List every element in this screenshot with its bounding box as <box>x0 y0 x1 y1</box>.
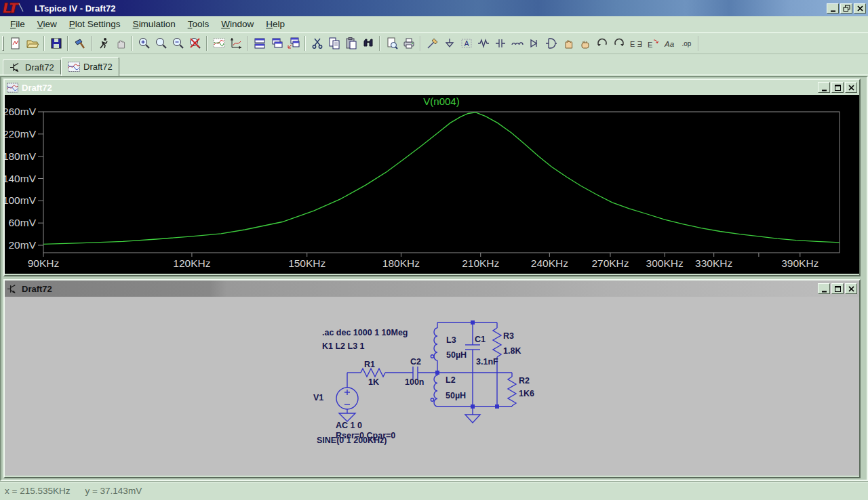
component-value-C1[interactable]: 3.1nF <box>476 357 498 367</box>
restore-button[interactable] <box>840 3 852 14</box>
redo-button[interactable] <box>610 35 627 52</box>
minimize-button[interactable] <box>827 3 839 14</box>
component-value3-V1[interactable]: SINE(0 1 200KHz) <box>317 436 387 445</box>
component-label-V1[interactable]: V1 <box>313 393 323 402</box>
control-panel-button[interactable] <box>71 35 88 52</box>
print-preview-button[interactable] <box>383 35 400 52</box>
waveform-plot[interactable]: 20mV60mV100mV140mV180mV220mV260mV90KHz12… <box>5 95 859 274</box>
symbol-C1[interactable] <box>465 345 480 350</box>
menu-file[interactable]: File <box>4 17 31 31</box>
symbol-R2[interactable] <box>508 377 516 406</box>
tile-vertical-button[interactable] <box>285 35 302 52</box>
menu-plot-settings[interactable]: Plot Settings <box>63 17 127 31</box>
close-button[interactable] <box>854 3 866 14</box>
spice-directive-button[interactable]: .op <box>678 35 695 52</box>
component-value-V1[interactable]: AC 1 0 <box>336 421 362 430</box>
halt-button[interactable] <box>112 35 129 52</box>
zoom-full-extents-button[interactable] <box>186 35 203 52</box>
component-label-R2[interactable]: R2 <box>519 376 530 386</box>
menu-view[interactable]: View <box>31 17 63 31</box>
new-schematic-button[interactable] <box>7 35 24 52</box>
cut-button[interactable] <box>309 35 326 52</box>
place-text-button[interactable]: Aa <box>661 35 678 52</box>
cascade-button[interactable] <box>268 35 285 52</box>
spice-directive-ac[interactable]: .ac dec 1000 1 10Meg <box>322 328 408 337</box>
menu-help[interactable]: Help <box>260 17 291 31</box>
symbol-R3[interactable] <box>493 328 501 357</box>
open-button[interactable] <box>24 35 41 52</box>
run-button[interactable] <box>95 35 112 52</box>
toolbar-separator <box>132 36 133 51</box>
trace-label-vn004[interactable]: V(n004) <box>423 96 459 107</box>
place-capacitor-icon <box>494 37 507 50</box>
component-label-C1[interactable]: C1 <box>475 335 486 344</box>
place-diode-icon <box>528 37 541 50</box>
place-resistor-button[interactable] <box>475 35 492 52</box>
find-button[interactable] <box>359 35 376 52</box>
rotate-button[interactable]: E <box>644 35 661 52</box>
zoom-area-button[interactable] <box>153 35 170 52</box>
waveform-maximize-button[interactable] <box>831 82 844 93</box>
move-button[interactable] <box>559 35 576 52</box>
component-value-L2[interactable]: 50µH <box>446 391 466 400</box>
undo-button[interactable] <box>593 35 610 52</box>
copy-button[interactable] <box>326 35 342 52</box>
plot-settings-button[interactable] <box>210 35 227 52</box>
waveform-pane[interactable]: 20mV60mV100mV140mV180mV220mV260mV90KHz12… <box>5 95 859 274</box>
waveform-window-title-bar[interactable]: Draft72 <box>5 80 859 95</box>
toolbar-separator <box>247 36 248 51</box>
toolbar-separator <box>206 36 208 51</box>
autorange-button[interactable] <box>227 35 244 52</box>
component-value-R2[interactable]: 1K6 <box>519 389 534 398</box>
component-label-R3[interactable]: R3 <box>503 331 514 341</box>
schematic-window-title-bar[interactable]: Draft72 <box>5 280 859 297</box>
mirror-button[interactable]: EE <box>627 35 644 52</box>
drag-button[interactable] <box>576 35 593 52</box>
component-value-C2[interactable]: 100n <box>405 377 425 387</box>
main-title-bar[interactable]: LTspice IV - Draft72 <box>0 0 868 16</box>
symbol-L2[interactable] <box>431 375 437 407</box>
tile-horizontal-button[interactable] <box>251 35 268 52</box>
place-label-button[interactable]: A <box>458 35 475 52</box>
schematic-minimize-button[interactable] <box>818 283 830 294</box>
symbol-L3[interactable] <box>431 328 437 360</box>
component-value-R1[interactable]: 1K <box>368 377 379 387</box>
waveform-close-button[interactable] <box>845 82 857 93</box>
zoom-area-icon <box>155 37 168 50</box>
spice-directive-k1[interactable]: K1 L2 L3 1 <box>322 341 365 351</box>
zoom-in-button[interactable] <box>136 35 153 52</box>
tab-0-draft72[interactable]: Draft72 <box>3 59 61 75</box>
menu-window[interactable]: Window <box>215 17 260 31</box>
draw-wire-button[interactable] <box>424 35 441 52</box>
cursor-y-readout: y = 37.143mV <box>85 486 142 496</box>
component-label-L3[interactable]: L3 <box>446 335 456 345</box>
ground-symbol[interactable] <box>465 407 480 423</box>
print-button[interactable] <box>400 35 417 52</box>
symbol-R1[interactable] <box>361 369 385 377</box>
menu-simulation[interactable]: Simulation <box>127 17 182 31</box>
svg-text:Aa: Aa <box>664 40 674 48</box>
toolbar-gripper[interactable] <box>2 36 4 51</box>
component-label-C2[interactable]: C2 <box>410 357 421 367</box>
zoom-out-button[interactable] <box>170 35 186 52</box>
schematic-close-button[interactable] <box>845 283 857 294</box>
waveform-minimize-button[interactable] <box>818 82 830 93</box>
place-ground-button[interactable] <box>441 35 458 52</box>
paste-button[interactable] <box>342 35 359 52</box>
place-inductor-button[interactable] <box>509 35 526 52</box>
place-diode-button[interactable] <box>526 35 542 52</box>
place-component-button[interactable] <box>542 35 559 52</box>
schematic-canvas[interactable]: .ac dec 1000 1 10MegK1 L2 L3 1V1AC 1 0Rs… <box>5 297 859 476</box>
component-value-L3[interactable]: 50µH <box>446 350 467 360</box>
schematic-pane[interactable]: .ac dec 1000 1 10MegK1 L2 L3 1V1AC 1 0Rs… <box>5 297 859 476</box>
menu-tools[interactable]: Tools <box>182 17 216 31</box>
save-button[interactable] <box>47 35 64 52</box>
component-label-R1[interactable]: R1 <box>364 360 375 369</box>
component-label-L2[interactable]: L2 <box>446 375 456 385</box>
component-value-R3[interactable]: 1.8K <box>503 346 521 356</box>
place-capacitor-button[interactable] <box>492 35 509 52</box>
trace-vn004[interactable] <box>43 112 840 245</box>
schematic-maximize-button[interactable] <box>831 283 844 294</box>
tab-1-draft72[interactable]: Draft72 <box>61 57 119 76</box>
symbol-V1[interactable] <box>336 373 358 421</box>
